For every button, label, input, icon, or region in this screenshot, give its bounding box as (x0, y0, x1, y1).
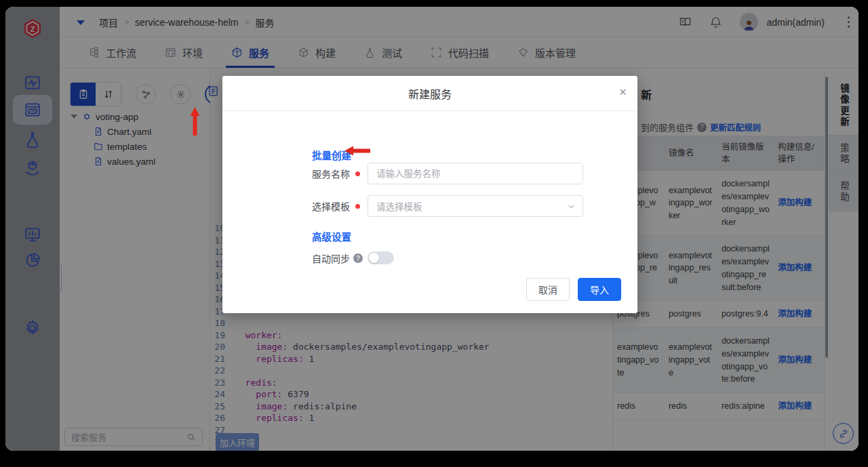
service-name-input[interactable] (368, 163, 583, 184)
modal-title: 新建服务 (408, 85, 452, 102)
auto-sync-toggle[interactable] (368, 251, 394, 264)
new-service-modal: 新建服务 × 批量创建 服务名称 选择模板 请选择模板 高级设置 自动同步 ? … (222, 76, 637, 313)
service-name-label: 服务名称 (269, 167, 350, 180)
template-select-placeholder: 请选择模板 (376, 199, 422, 213)
auto-sync-label: 自动同步 (312, 251, 350, 265)
required-dot (355, 204, 360, 209)
auto-sync-help-icon[interactable]: ? (353, 253, 363, 263)
app-window: Z PM 项目 > service-warehouse-helm (5, 7, 859, 451)
import-button[interactable]: 导入 (578, 278, 621, 301)
cancel-button[interactable]: 取消 (526, 278, 570, 301)
annotation-arrow-left-icon (344, 146, 370, 156)
template-select[interactable]: 请选择模板 (368, 195, 583, 217)
chevron-down-icon (567, 202, 576, 211)
required-dot (355, 171, 360, 176)
select-template-label: 选择模板 (269, 199, 350, 213)
annotation-arrow-up-icon (190, 107, 200, 136)
advanced-settings-link[interactable]: 高级设置 (312, 229, 351, 243)
close-icon[interactable]: × (619, 85, 627, 98)
